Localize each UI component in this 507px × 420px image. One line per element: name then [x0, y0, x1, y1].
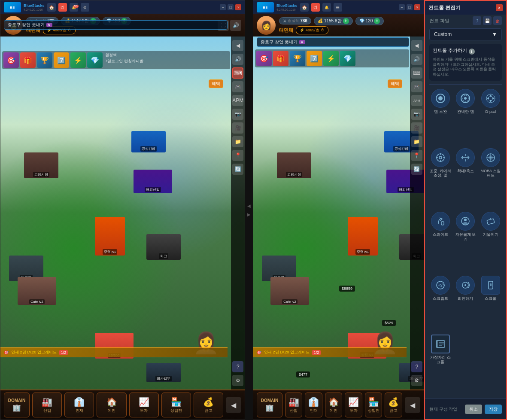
left-side-camera-btn[interactable]: 📷 [232, 109, 243, 120]
right-building-cafe[interactable]: Café lv2 [270, 277, 309, 305]
ce-add-info-icon[interactable]: ℹ [469, 49, 475, 55]
right-taskbar-main[interactable]: 🏠 메인 [325, 393, 342, 417]
skill-icon-2[interactable]: 🏆 [37, 52, 52, 68]
ce-control-freelook[interactable]: 자유롭게 보기 [454, 212, 477, 273]
right-side-help-btn[interactable]: ? [411, 361, 422, 372]
left-taskbar-back-btn[interactable]: ◀ [226, 397, 241, 413]
building-official-cafe[interactable]: 공식카페 [131, 131, 166, 152]
ce-control-rotate[interactable]: 회전하기 [454, 276, 477, 332]
right-close-btn[interactable]: × [414, 4, 420, 10]
ce-file-save-icon[interactable]: 💾 [483, 16, 492, 25]
right-taskbar-commerce[interactable]: 🏪 상업전 [365, 393, 382, 417]
left-side-game-btn[interactable]: 🎮 [232, 81, 243, 92]
building-garage[interactable]: 차고 [146, 234, 181, 260]
building-house[interactable]: 주택 lv1 [95, 217, 125, 256]
ce-close-btn[interactable]: × [496, 4, 503, 11]
ce-control-scroll[interactable]: 스크롤 [480, 276, 502, 332]
right-restore-btn[interactable]: □ [407, 4, 413, 10]
left-minimize-btn[interactable]: − [220, 4, 226, 10]
skill-icon-5[interactable]: 💎 [87, 52, 103, 68]
skill-icon-3[interactable]: 7️⃣ [54, 52, 69, 68]
right-taskbar-domain[interactable]: DOMAIN 🏢 [257, 393, 282, 417]
left-side-settings2-btn[interactable]: ⚙ [232, 375, 243, 386]
left-benefit-badge[interactable]: 혜택 [209, 79, 223, 88]
ce-save-btn[interactable]: 저장 [485, 405, 502, 414]
right-side-rotate-btn[interactable]: 🔄 [411, 164, 422, 175]
right-side-game-btn[interactable]: 🎮 [411, 81, 422, 92]
left-side-location-btn[interactable]: 📍 [232, 150, 243, 161]
left-side-folder-btn[interactable]: 📁 [232, 136, 243, 147]
right-side-location-btn[interactable]: 📍 [411, 150, 422, 161]
ce-control-zoom[interactable]: 확대/축소 [454, 148, 477, 210]
left-side-help-btn[interactable]: ? [232, 361, 243, 372]
skill-icon-1[interactable]: 🎁 [20, 52, 36, 68]
right-side-expand-btn[interactable]: ◀ [411, 40, 422, 51]
right-quest-banner[interactable]: 🎯 인재 2명 Lv.20 업그레이드 1/2 [253, 347, 407, 357]
right-skill-icon-0[interactable]: 🎯 [256, 51, 272, 66]
right-side-settings-btn[interactable]: ⚙ [411, 375, 422, 386]
ce-control-moba[interactable]: MOBA 스킬패드 [480, 148, 502, 210]
ce-file-upload-icon[interactable]: ⤴ [473, 16, 481, 25]
left-taskbar-main[interactable]: 🏠 메인 [97, 393, 126, 417]
right-building-employment[interactable]: 고용시장 [277, 152, 311, 178]
ce-control-dpad[interactable]: D-pad [480, 89, 502, 146]
right-notification-icon[interactable]: 🔔 [322, 3, 331, 12]
building-overseas[interactable]: 해외산업 [134, 170, 172, 193]
left-side-rotate-btn[interactable]: 🔄 [232, 164, 243, 175]
left-close-btn[interactable]: × [235, 4, 241, 10]
right-benefit-badge[interactable]: 혜택 [388, 79, 402, 88]
right-taskbar-back-btn[interactable]: ◀ [405, 397, 420, 413]
right-taskbar-talent[interactable]: 👔 인재 [305, 393, 322, 417]
left-keyboard-btn[interactable]: ⌨ [232, 67, 243, 79]
ce-control-edge-scroll[interactable]: 가장자리 스크롤 [429, 335, 452, 396]
left-game-tab[interactable]: 리 [58, 3, 67, 12]
left-sound-btn[interactable]: 🔊 [230, 20, 241, 31]
left-side-sound-btn[interactable]: 🔊 [232, 54, 243, 65]
building-office[interactable]: 회사업무 [146, 363, 181, 382]
skill-icon-0[interactable]: 🎯 [3, 52, 19, 68]
right-building-house[interactable]: 주택 lv1 [348, 217, 378, 256]
right-side-keyboard-btn[interactable]: ⌨ [411, 67, 422, 79]
right-side-camera-btn[interactable]: 📷 [411, 109, 422, 120]
left-quest-banner[interactable]: 🎯 인재 2명 Lv.20 업그레이드 1/2 [0, 347, 228, 357]
left-taskbar-domain[interactable]: DOMAIN 🏢 [4, 393, 30, 417]
ce-control-aim[interactable]: 조준, 카메라 조정, 및 [429, 148, 452, 210]
ce-control-swipe[interactable]: 스와이프 [429, 212, 452, 273]
left-taskbar-commerce[interactable]: 🏪 상업전 [161, 393, 191, 417]
left-taskbar-industry[interactable]: 🏭 산업 [32, 393, 62, 417]
right-minimize-btn[interactable]: − [399, 4, 405, 10]
left-side-video-btn[interactable]: 🎥 [232, 122, 243, 134]
right-side-sound-btn[interactable]: 🔊 [411, 54, 422, 65]
right-taskbar-vault[interactable]: 💰 금고 [385, 393, 402, 417]
left-side-expand-btn[interactable]: ◀ [232, 40, 243, 51]
right-skill-icon-2[interactable]: 🏆 [290, 51, 305, 66]
right-skill-icon-5[interactable]: 💎 [340, 51, 355, 66]
left-home-icon[interactable]: 🏠 [47, 3, 56, 12]
ce-control-tilt[interactable]: 기울이기 [480, 212, 502, 273]
right-taskbar-invest[interactable]: 📈 투자 [345, 393, 362, 417]
ce-control-perfect-tap[interactable]: 완벽한 탭 [454, 89, 477, 146]
ce-control-script[interactable]: </> 스크립트 [429, 276, 452, 332]
ce-control-tap[interactable]: 탭 스왓 [429, 89, 452, 146]
ce-cancel-btn[interactable]: 취소 [465, 405, 482, 414]
right-skill-icon-4[interactable]: ⚡ [323, 51, 339, 66]
right-side-video-btn[interactable]: 🎥 [411, 122, 422, 134]
right-taskbar-industry[interactable]: 🏭 산업 [285, 393, 302, 417]
right-game-content[interactable]: 종로구 창업 풋내기 V 🎯 🎁 🏆 7️⃣ ⚡ 💎 혜택 고용시장 공식카페 … [253, 37, 424, 390]
ce-file-delete-icon[interactable]: 🗑 [493, 16, 502, 25]
right-skill-icon-1[interactable]: 🎁 [273, 51, 288, 66]
left-notification-icon[interactable]: 🔔 50 [70, 3, 78, 12]
building-cafe[interactable]: Café lv2 [18, 277, 56, 305]
left-taskbar-talent[interactable]: 👔 인재 [64, 393, 94, 417]
right-skill-icon-3[interactable]: 7️⃣ [307, 51, 322, 66]
left-game-content[interactable]: 🎯 🎁 🏆 7️⃣ ⚡ 💎 원정액 7일로그인 런칭카니발 혜택 고용시장 공식… [0, 37, 245, 390]
right-side-apm-btn[interactable]: APM [411, 95, 422, 106]
building-employment[interactable]: 고용시장 [24, 152, 58, 178]
left-side-apm-btn[interactable]: APM [232, 95, 243, 106]
ce-dropdown[interactable]: Custom ▼ [429, 28, 502, 40]
skill-icon-4[interactable]: ⚡ [70, 52, 86, 68]
right-menu-icon[interactable]: ☰ [334, 3, 342, 12]
left-restore-btn[interactable]: □ [228, 4, 234, 10]
left-taskbar-vault[interactable]: 💰 금고 [194, 393, 223, 417]
right-game-tab[interactable]: 리 [311, 3, 320, 12]
